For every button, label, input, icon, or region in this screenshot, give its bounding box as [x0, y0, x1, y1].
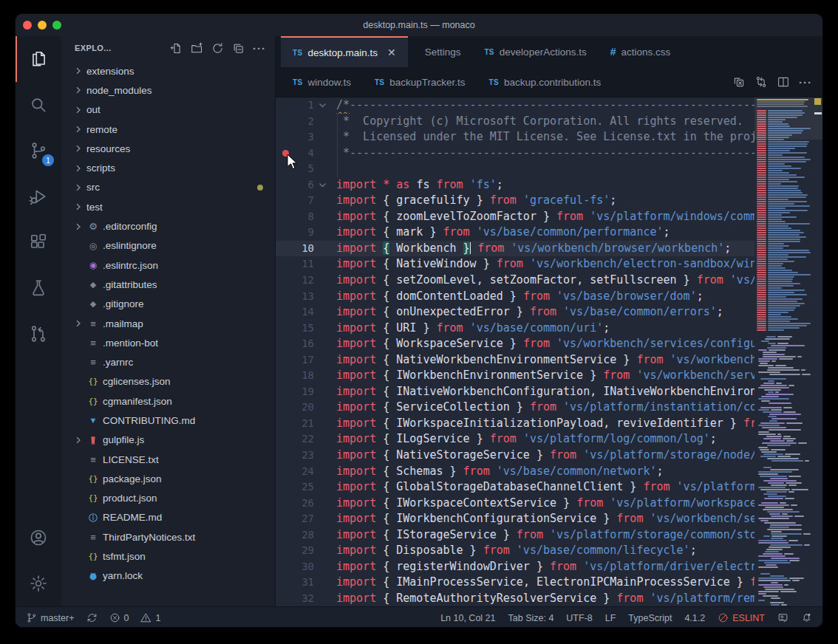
activity-item-explorer[interactable]	[16, 36, 61, 82]
activity-item-settings-gear[interactable]	[16, 561, 61, 606]
fold-chevron-icon[interactable]	[314, 97, 330, 114]
breakpoint-margin[interactable]	[276, 543, 295, 559]
collapse-all-icon[interactable]	[232, 42, 245, 55]
code-line-16[interactable]: 16import { WorkspaceService } from 'vs/w…	[276, 336, 754, 352]
code-line-4[interactable]: 4 *-------------------------------------…	[276, 145, 754, 162]
code-line-24[interactable]: 24import { Schemas } from 'vs/base/commo…	[276, 464, 754, 480]
breakpoint-margin[interactable]	[276, 241, 295, 257]
code-line-27[interactable]: 27import { IWorkbenchConfigurationServic…	[276, 511, 754, 527]
breakpoint-margin[interactable]	[276, 114, 295, 130]
code-line-25[interactable]: 25import { GlobalStorageDatabaseChannelC…	[276, 479, 754, 496]
breakpoint-margin[interactable]	[276, 273, 295, 289]
file-row-node_modules[interactable]: node_modules	[61, 80, 275, 100]
file-row-gulpfile.js[interactable]: gulpfile.js	[61, 431, 275, 450]
breakpoint-margin[interactable]	[276, 289, 295, 305]
fold-chevron-icon[interactable]	[314, 177, 330, 193]
breakpoint-margin[interactable]	[276, 591, 295, 606]
breakpoint-margin[interactable]	[276, 575, 295, 591]
code-line-28[interactable]: 28import { IStorageService } from 'vs/pl…	[276, 527, 754, 544]
file-row-CONTRIBUTING.md[interactable]: ▼CONTRIBUTING.md	[61, 411, 275, 430]
code-line-26[interactable]: 26import { IWorkspaceContextService } fr…	[276, 496, 754, 512]
breakpoint-margin[interactable]	[276, 464, 295, 480]
breakpoint-margin[interactable]	[276, 304, 295, 321]
file-row-product.json[interactable]: {}product.json	[61, 489, 275, 508]
activity-item-run-debug[interactable]	[16, 174, 61, 219]
status-feedback[interactable]	[777, 612, 788, 623]
breakpoint-margin[interactable]	[276, 177, 295, 193]
file-row-.eslintignore[interactable]: ◎.eslintignore	[61, 236, 275, 256]
code-line-21[interactable]: 21import { IWorkspaceInitializationPaylo…	[276, 416, 754, 432]
status-ts-version[interactable]: 4.1.2	[684, 613, 705, 623]
file-row-ThirdPartyNotices.txt[interactable]: ≡ThirdPartyNotices.txt	[61, 527, 275, 547]
code-line-10[interactable]: 10import { Workbench } from 'vs/workbenc…	[276, 241, 754, 257]
file-row-resources[interactable]: resources	[61, 139, 275, 158]
breakpoint-margin[interactable]	[276, 161, 295, 177]
breakpoint-margin[interactable]	[276, 256, 295, 273]
code-line-30[interactable]: 30import { registerWindowDriver } from '…	[276, 559, 754, 575]
code-line-12[interactable]: 12import { setZoomLevel, setZoomFactor, …	[276, 273, 754, 289]
file-row-.mailmap[interactable]: ≡.mailmap	[61, 314, 275, 333]
activity-item-search[interactable]	[16, 82, 61, 128]
editor[interactable]: 1/*-------------------------------------…	[276, 97, 822, 606]
breakpoint-margin[interactable]	[276, 193, 295, 209]
compare-changes-icon[interactable]	[754, 75, 768, 89]
file-row-package.json[interactable]: {}package.json	[61, 469, 275, 488]
code-line-19[interactable]: 19import { INativeWorkbenchConfiguration…	[276, 384, 754, 400]
code-line-20[interactable]: 20import { ServiceCollection } from 'vs/…	[276, 400, 754, 416]
file-row-cgmanifest.json[interactable]: {}cgmanifest.json	[61, 391, 275, 411]
file-row-.gitignore[interactable]: ◆.gitignore	[61, 295, 275, 314]
code-line-31[interactable]: 31import { IMainProcessService, Electron…	[276, 575, 754, 591]
file-row-LICENSE.txt[interactable]: ≡LICENSE.txt	[61, 450, 275, 469]
code-area[interactable]: 1/*-------------------------------------…	[276, 97, 754, 606]
file-row-remote[interactable]: remote	[61, 120, 275, 139]
breakpoint-margin[interactable]	[276, 479, 295, 496]
close-tab-icon[interactable]: ✕	[387, 47, 396, 58]
file-row-extensions[interactable]: extensions	[61, 61, 275, 80]
tab-Settings[interactable]: Settings	[408, 36, 473, 67]
status-notifications[interactable]	[801, 612, 812, 623]
tab-window.ts[interactable]: TSwindow.ts	[281, 67, 363, 97]
status-encoding[interactable]: UTF-8	[566, 613, 592, 623]
breakpoint-margin[interactable]	[276, 321, 295, 337]
code-line-8[interactable]: 8import { zoomLevelToZoomFactor } from '…	[276, 209, 754, 225]
code-line-5[interactable]: 5	[276, 161, 754, 177]
more-actions-icon[interactable]: ···	[253, 42, 266, 55]
activity-item-extensions[interactable]	[16, 219, 61, 265]
status-git-branch[interactable]: master+	[26, 612, 75, 623]
open-changes-icon[interactable]	[732, 75, 746, 89]
status-indentation[interactable]: Tab Size: 4	[508, 613, 554, 623]
tab-desktop.main.ts[interactable]: TSdesktop.main.ts✕	[281, 36, 408, 67]
breakpoint-margin[interactable]	[276, 527, 295, 544]
code-line-14[interactable]: 14import { onUnexpectedError } from 'vs/…	[276, 304, 754, 321]
breakpoint-margin[interactable]	[276, 496, 295, 512]
overview-ruler[interactable]	[812, 97, 822, 606]
minimap[interactable]	[754, 97, 822, 606]
code-line-1[interactable]: 1/*-------------------------------------…	[276, 97, 754, 114]
file-row-src[interactable]: src	[61, 178, 275, 197]
breakpoint-margin[interactable]	[276, 416, 295, 432]
file-row-.yarnrc[interactable]: ≡.yarnrc	[61, 352, 275, 371]
file-row-.gitattributes[interactable]: ◆.gitattributes	[61, 275, 275, 294]
breakpoint-margin[interactable]	[276, 431, 295, 448]
tab-backupTracker.ts[interactable]: TSbackupTracker.ts	[363, 67, 477, 97]
file-row-tsfmt.json[interactable]: {}tsfmt.json	[61, 547, 275, 566]
breakpoint[interactable]	[276, 145, 295, 162]
refresh-icon[interactable]	[211, 42, 224, 55]
breakpoint-margin[interactable]	[276, 368, 295, 384]
new-file-icon[interactable]	[170, 42, 183, 55]
code-line-7[interactable]: 7import { gracefulify } from 'graceful-f…	[276, 193, 754, 209]
breakpoint-margin[interactable]	[276, 129, 295, 145]
tab-actions.css[interactable]: #actions.css	[599, 36, 683, 67]
breakpoint-margin[interactable]	[276, 225, 295, 241]
status-sync[interactable]	[86, 612, 98, 623]
breakpoint-margin[interactable]	[276, 336, 295, 352]
code-line-23[interactable]: 23import { NativeStorageService } from '…	[276, 448, 754, 464]
code-line-11[interactable]: 11import { NativeWindow } from 'vs/workb…	[276, 256, 754, 273]
code-line-9[interactable]: 9import { mark } from 'vs/base/common/pe…	[276, 225, 754, 241]
split-editor-icon[interactable]	[777, 75, 790, 89]
close-window-button[interactable]	[23, 21, 32, 30]
code-line-3[interactable]: 3 * Licensed under the MIT License. See …	[276, 129, 754, 145]
more-editor-actions-icon[interactable]: ···	[799, 76, 812, 89]
breakpoint-margin[interactable]	[276, 448, 295, 464]
breakpoint-margin[interactable]	[276, 384, 295, 400]
